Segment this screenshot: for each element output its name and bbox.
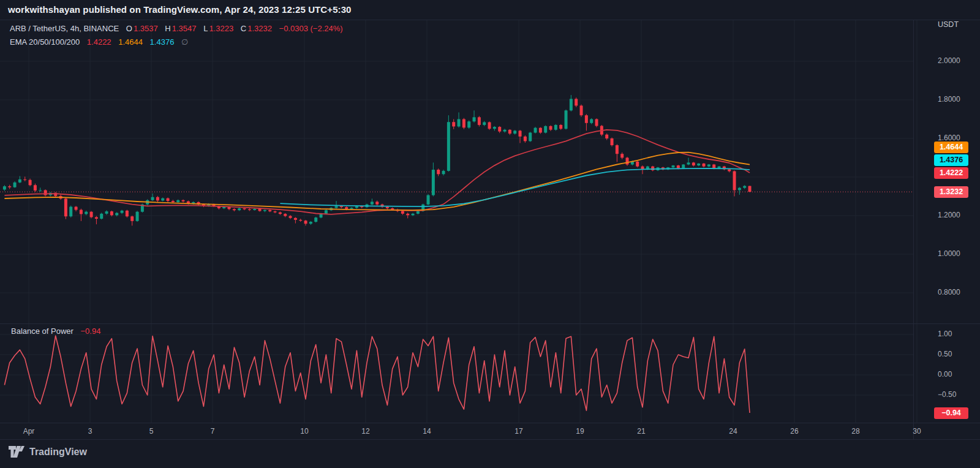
price-tag-1.3232: 1.3232 (934, 186, 968, 198)
ema200-value: ∅ (181, 37, 188, 47)
low-label: L (203, 24, 208, 33)
bop-axis-label: 1.00 (938, 330, 952, 338)
time-axis-label: 26 (781, 427, 808, 436)
time-axis-label: 10 (291, 427, 318, 436)
symbol-legend[interactable]: ARB / TetherUS, 4h, BINANCE O1.3537 H1.3… (10, 24, 343, 33)
time-axis-label: 21 (628, 427, 655, 436)
price-axis-label: 1.6000 (938, 134, 960, 142)
tradingview-logo-text: TradingView (29, 447, 87, 458)
footer-bar: TradingView (0, 440, 980, 468)
ema100-value: 1.4376 (150, 37, 175, 47)
time-axis-divider (0, 423, 980, 423)
bop-value-tag: −0.94 (934, 407, 968, 419)
price-axis-label: 1.2000 (938, 211, 960, 219)
time-axis-label: 17 (505, 427, 532, 436)
time-axis-label: 19 (567, 427, 594, 436)
time-axis-label: 24 (720, 427, 747, 436)
low-value: 1.3223 (209, 24, 233, 33)
ema20-value: 1.4222 (87, 37, 111, 47)
price-axis-label: 1.8000 (938, 95, 960, 104)
time-axis-label: 12 (352, 427, 379, 436)
price-axis-label: 2.0000 (938, 56, 960, 65)
time-axis-label: 3 (77, 427, 104, 436)
time-axis-label: 30 (903, 427, 930, 436)
main-price-pane[interactable] (0, 20, 913, 323)
high-value: 1.3547 (172, 24, 197, 33)
price-axis-label: 1.0000 (938, 249, 960, 258)
bop-legend[interactable]: Balance of Power −0.94 (11, 326, 100, 336)
change-value: −0.0303 (−2.24%) (279, 24, 343, 33)
high-label: H (165, 24, 170, 33)
price-axis-label: 0.8000 (938, 288, 960, 296)
bop-axis-label: 0.50 (938, 350, 952, 358)
symbol-title: ARB / TetherUS, 4h, BINANCE (10, 24, 119, 33)
open-value: 1.3537 (134, 24, 158, 33)
ema50-value: 1.4644 (118, 37, 143, 47)
close-label: C (241, 24, 246, 33)
price-axis-currency: USDT (938, 20, 959, 29)
time-axis-label: 5 (138, 427, 165, 436)
open-label: O (126, 24, 132, 33)
time-axis-label: Apr (15, 427, 42, 436)
ema-title: EMA 20/50/100/200 (10, 37, 80, 47)
price-axis-divider (913, 20, 914, 439)
bop-value: −0.94 (81, 326, 101, 336)
bop-axis-label: −0.50 (938, 390, 956, 399)
time-axis-label: 14 (413, 427, 440, 436)
close-value: 1.3232 (247, 24, 272, 33)
price-tag-1.4376: 1.4376 (934, 154, 968, 166)
tradingview-snapshot: workwithshayan published on TradingView.… (0, 0, 980, 468)
tradingview-logo[interactable]: TradingView (9, 446, 87, 458)
time-axis-label: 28 (842, 427, 869, 436)
time-axis-label: 7 (199, 427, 226, 436)
price-tag-1.4222: 1.4222 (934, 167, 968, 179)
bop-axis-label: 0.00 (938, 370, 952, 379)
tradingview-logo-icon (9, 446, 24, 458)
ema-legend[interactable]: EMA 20/50/100/200 1.4222 1.4644 1.4376 ∅ (10, 37, 188, 47)
bop-title: Balance of Power (11, 326, 74, 336)
bop-indicator-pane[interactable] (0, 323, 913, 423)
price-tag-1.4644: 1.4644 (934, 142, 968, 153)
